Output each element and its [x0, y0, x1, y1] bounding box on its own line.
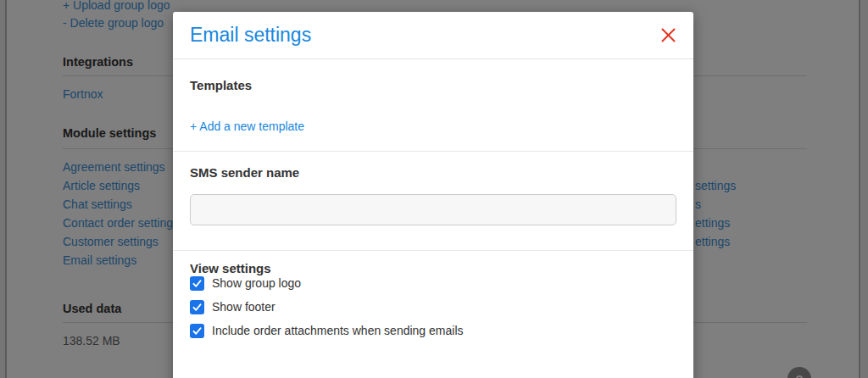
show-group-logo-checkbox-row[interactable]: Show group logo: [190, 275, 676, 291]
view-settings-section: View settings Show group logo Show foote…: [173, 251, 693, 359]
modal-title: Email settings: [190, 24, 311, 47]
checkbox-label: Include order attachments when sending e…: [212, 324, 464, 337]
templates-section: Templates + Add a new template: [173, 59, 693, 152]
modal-header: Email settings: [173, 12, 693, 59]
add-new-template-link[interactable]: + Add a new template: [190, 120, 304, 133]
checkbox-label: Show group logo: [212, 276, 301, 290]
checkbox-checked-icon[interactable]: [190, 276, 204, 291]
include-order-attachments-checkbox-row[interactable]: Include order attachments when sending e…: [190, 323, 676, 338]
sms-sender-heading: SMS sender name: [190, 166, 676, 180]
checkbox-label: Show footer: [212, 300, 275, 314]
screen: + Upload group logo - Delete group logo …: [0, 0, 868, 378]
view-settings-heading: View settings: [190, 262, 676, 275]
close-button[interactable]: [659, 25, 678, 45]
sms-sender-input[interactable]: [190, 194, 676, 225]
sms-sender-section: SMS sender name: [173, 152, 693, 251]
checkbox-checked-icon[interactable]: [190, 324, 204, 338]
checkbox-checked-icon[interactable]: [190, 300, 204, 314]
email-settings-modal: Email settings Templates + Add a new tem…: [173, 12, 693, 378]
templates-heading: Templates: [190, 79, 676, 92]
close-icon: [660, 27, 676, 43]
show-footer-checkbox-row[interactable]: Show footer: [190, 299, 676, 314]
